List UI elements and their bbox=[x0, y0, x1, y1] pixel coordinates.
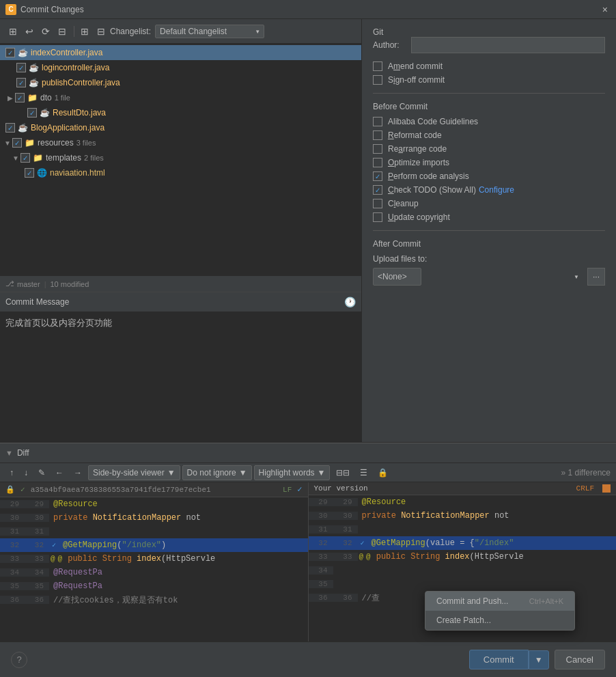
tree-checkbox-dto[interactable]: ✓ bbox=[15, 93, 25, 102]
diff-up-btn[interactable]: ↑ bbox=[5, 465, 18, 480]
refresh-btn[interactable]: ⟳ bbox=[38, 24, 53, 39]
configure-link[interactable]: Configure bbox=[479, 185, 514, 195]
tree-item-resources[interactable]: ▼ ✓ 📁 resources 3 files bbox=[0, 135, 361, 150]
cleanup-label: Cleanup bbox=[388, 199, 419, 208]
tree-checkbox-naviaation[interactable]: ✓ bbox=[25, 168, 34, 178]
highlight-arrow: ▼ bbox=[318, 468, 326, 478]
tree-checkbox-publishcontroller[interactable]: ✓ bbox=[16, 78, 26, 87]
git-section-title: Git bbox=[373, 27, 383, 37]
tree-item-naviaation[interactable]: ✓ 🌐 naviaation.html bbox=[0, 165, 361, 180]
tree-checkbox-resources[interactable]: ✓ bbox=[12, 138, 22, 148]
changelist-label: Changelist: bbox=[110, 27, 151, 36]
analyze-row: ✓ Perform code analysis bbox=[373, 171, 605, 181]
move-to-changelist-btn[interactable]: ⊞ bbox=[5, 24, 20, 39]
diff-lock-btn[interactable]: 🔒 bbox=[374, 465, 392, 480]
branch-name: master bbox=[17, 280, 40, 288]
status-bar: ⎇ master | 10 modified bbox=[0, 275, 361, 292]
tree-label-blogapp: BlogApplication.java bbox=[31, 123, 104, 133]
analyze-checkbox[interactable]: ✓ bbox=[373, 171, 382, 181]
diff-left-line-33: 33 33 @ @ public String index(HttpServle bbox=[0, 552, 308, 566]
diff-left-line-29: 29 29 @Resource bbox=[0, 497, 308, 511]
diff-side-by-side-btn[interactable]: ⊟⊟ bbox=[332, 465, 354, 480]
optimize-row: Optimize imports bbox=[373, 158, 605, 167]
undo-btn[interactable]: ↩ bbox=[22, 24, 37, 39]
tree-item-resultdto[interactable]: ✓ ☕ ResultDto.java bbox=[0, 105, 361, 120]
rearrange-label: Rearrange code bbox=[388, 144, 447, 154]
author-input[interactable] bbox=[411, 37, 605, 53]
diff-left-line-36: 36 36 //查找cookies，观察是否有tok bbox=[0, 593, 308, 607]
before-commit-title: Before Commit bbox=[373, 102, 605, 111]
left-panel: ⊞ ↩ ⟳ ⊟ ⊞ ⊟ Changelist: Default Changeli… bbox=[0, 19, 362, 442]
tree-checkbox-blogapp[interactable]: ✓ bbox=[5, 123, 15, 133]
help-button[interactable]: ? bbox=[11, 652, 27, 668]
upload-dots-button[interactable]: ··· bbox=[587, 268, 605, 286]
collapse-btn[interactable]: ⊟ bbox=[94, 24, 109, 39]
tree-checkbox-templates[interactable]: ✓ bbox=[20, 153, 30, 163]
tree-checkbox-resultdto[interactable]: ✓ bbox=[27, 108, 37, 118]
diff-left-checkmark: ✓ bbox=[20, 485, 25, 494]
diff-left-line-30: 30 30 private NotificationMapper not bbox=[0, 511, 308, 525]
optimize-checkbox[interactable] bbox=[373, 158, 382, 167]
amend-commit-row: Amend commit bbox=[373, 61, 605, 71]
tree-item-blogapp[interactable]: ✓ ☕ BlogApplication.java bbox=[0, 120, 361, 135]
diff-left-line-31: 31 31 bbox=[0, 525, 308, 538]
reformat-checkbox[interactable] bbox=[373, 130, 382, 140]
commit-and-push-label: Commit and Push... bbox=[436, 596, 508, 606]
tree-item-logincontroller[interactable]: ✓ ☕ logincontroller.java bbox=[0, 60, 361, 75]
diff-unified-btn[interactable]: ☰ bbox=[356, 465, 372, 480]
commit-button[interactable]: Commit bbox=[469, 650, 529, 669]
viewer-label: Side-by-side viewer bbox=[93, 468, 165, 478]
tree-item-templates[interactable]: ▼ ✓ 📁 templates 2 files bbox=[0, 150, 361, 165]
upload-select-row: <None> ··· bbox=[373, 268, 605, 286]
diff-prev-btn[interactable]: ← bbox=[51, 465, 68, 480]
tree-checkbox-indexcontroller[interactable]: ✓ bbox=[5, 48, 15, 57]
highlight-dropdown[interactable]: Highlight words ▼ bbox=[254, 465, 331, 480]
java-icon-logincontroller: ☕ bbox=[29, 63, 39, 72]
signoff-commit-checkbox[interactable] bbox=[373, 75, 382, 85]
alibaba-checkbox[interactable] bbox=[373, 117, 382, 126]
diff-next-btn[interactable]: → bbox=[70, 465, 86, 480]
commit-button-group: Commit ▼ bbox=[469, 650, 549, 669]
upload-label: Upload files to: bbox=[373, 254, 605, 264]
diff-count: » 1 difference bbox=[561, 468, 611, 478]
tree-count-templates: 2 files bbox=[84, 154, 104, 162]
reformat-label: Reformat code bbox=[388, 130, 442, 140]
close-button[interactable]: × bbox=[600, 4, 611, 15]
section-divider-2 bbox=[373, 230, 605, 231]
create-patch-label: Create Patch... bbox=[436, 616, 491, 625]
commit-message-input[interactable]: 完成首页以及内容分页功能 bbox=[0, 312, 361, 442]
tree-item-dto[interactable]: ▶ ✓ 📁 dto 1 file bbox=[0, 90, 361, 105]
branch-icon: ⎇ bbox=[5, 279, 14, 288]
viewer-dropdown[interactable]: Side-by-side viewer ▼ bbox=[88, 465, 180, 480]
app-icon: C bbox=[5, 4, 16, 15]
diff-down-btn[interactable]: ↓ bbox=[20, 465, 32, 480]
commit-message-title: Commit Message bbox=[5, 297, 344, 307]
viewer-arrow: ▼ bbox=[167, 468, 176, 478]
commit-message-header: Commit Message 🕐 bbox=[0, 292, 361, 312]
changelist-select[interactable]: Default Changelist bbox=[155, 25, 264, 38]
section-divider-1 bbox=[373, 93, 605, 94]
group-btn[interactable]: ⊟ bbox=[55, 24, 70, 39]
author-row: Author: bbox=[373, 37, 605, 53]
amend-commit-checkbox[interactable] bbox=[373, 61, 382, 71]
commit-and-push-item[interactable]: Commit and Push... Ctrl+Alt+K bbox=[425, 592, 574, 611]
diff-edit-btn[interactable]: ✎ bbox=[34, 465, 49, 480]
expand-btn[interactable]: ⊞ bbox=[77, 24, 92, 39]
copyright-checkbox[interactable] bbox=[373, 212, 382, 222]
diff-toolbar: ↑ ↓ ✎ ← → Side-by-side viewer ▼ Do not i… bbox=[0, 463, 616, 482]
signoff-commit-label: Sign-off commit bbox=[388, 75, 445, 85]
diff-toggle-arrow[interactable]: ▼ bbox=[5, 449, 13, 457]
rearrange-checkbox[interactable] bbox=[373, 144, 382, 154]
ignore-dropdown[interactable]: Do not ignore ▼ bbox=[182, 465, 252, 480]
cleanup-checkbox[interactable] bbox=[373, 199, 382, 208]
tree-item-indexcontroller[interactable]: ✓ ☕ indexController.java bbox=[0, 45, 361, 60]
create-patch-item[interactable]: Create Patch... bbox=[425, 611, 574, 630]
tree-item-publishcontroller[interactable]: ✓ ☕ publishController.java bbox=[0, 75, 361, 90]
commit-arrow-button[interactable]: ▼ bbox=[529, 650, 549, 669]
cancel-button[interactable]: Cancel bbox=[555, 650, 605, 669]
diff-left-panel: 🔒 ✓ a35a4bf9aea7638386553a7941fde1779e7e… bbox=[0, 482, 309, 641]
commit-message-history-icon[interactable]: 🕐 bbox=[344, 296, 356, 307]
upload-select[interactable]: <None> bbox=[373, 268, 421, 286]
tree-checkbox-logincontroller[interactable]: ✓ bbox=[16, 63, 26, 72]
todo-checkbox[interactable]: ✓ bbox=[373, 185, 382, 195]
